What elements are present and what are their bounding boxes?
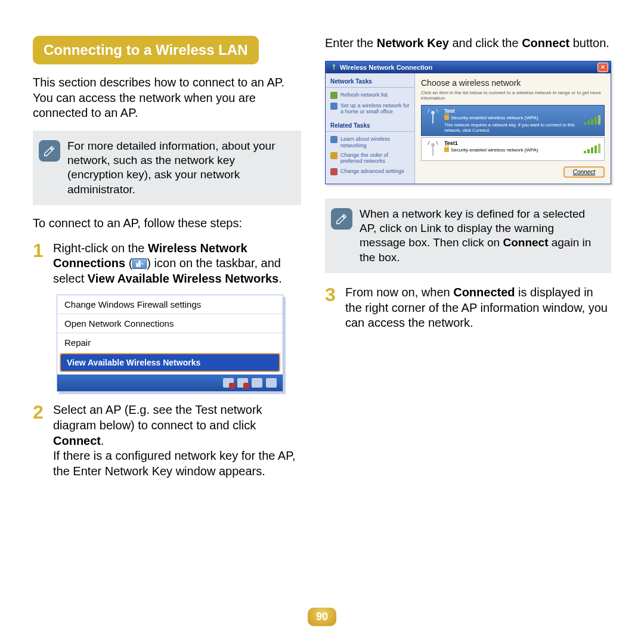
step-number: 3: [325, 285, 339, 331]
signal-bars-icon: [584, 115, 600, 126]
connect-button[interactable]: Connect: [564, 166, 605, 178]
network-name: Test: [444, 108, 580, 114]
step-2: 2 Select an AP (E.g. see the Test networ…: [33, 402, 301, 479]
right-column: Enter the Network Key and click the Conn…: [325, 36, 611, 486]
sidebar-link-learn[interactable]: Learn about wireless networking: [326, 134, 414, 150]
dialog-sidebar: Network Tasks Refresh network list Set u…: [326, 73, 415, 184]
antenna-icon: [330, 63, 338, 72]
note-box-1: For more detailed information, about you…: [33, 131, 301, 205]
step-number: 2: [33, 402, 47, 479]
network-name: Test1: [444, 140, 580, 146]
pencil-icon: [331, 208, 352, 230]
tray-icon[interactable]: [252, 378, 262, 388]
network-item[interactable]: Test1 Security-enabled wireless network …: [421, 137, 605, 161]
section-heading: Connecting to a Wireless LAN: [33, 36, 259, 64]
context-menu-item[interactable]: Change Windows Firewall settings: [57, 295, 283, 314]
step-body: Select an AP (E.g. see the Test network …: [53, 402, 301, 479]
tray-icon[interactable]: [223, 378, 234, 388]
dialog-titlebar: Wireless Network Connection ×: [326, 61, 611, 73]
page-number: 90: [308, 608, 336, 626]
context-menu-item-highlighted[interactable]: View Available Wireless Networks: [60, 353, 280, 372]
antenna-icon: [425, 108, 441, 126]
systray-bar: [57, 374, 283, 391]
dialog-main-heading: Choose a wireless network: [421, 78, 605, 88]
step-body: Right-click on the Wireless Network Conn…: [53, 241, 301, 287]
context-menu-item[interactable]: Open Network Connections: [57, 314, 283, 333]
dialog-main-subtext: Click an item in the list below to conne…: [421, 90, 605, 101]
note-text: For more detailed information, about you…: [67, 139, 292, 197]
context-menu-item[interactable]: Repair: [57, 333, 283, 352]
svg-point-2: [431, 143, 435, 147]
tray-icon[interactable]: [266, 378, 277, 388]
antenna-icon: [425, 140, 441, 158]
close-button[interactable]: ×: [597, 63, 608, 72]
wireless-dialog-figure: Wireless Network Connection × Network Ta…: [325, 61, 611, 184]
wireless-tray-icon: [132, 258, 147, 269]
sidebar-heading: Related Tasks: [326, 120, 414, 132]
svg-point-1: [431, 111, 435, 114]
step-3: 3 From now on, when Connected is display…: [325, 285, 611, 331]
enter-key-text: Enter the Network Key and click the Conn…: [325, 36, 611, 51]
lock-icon: [444, 147, 449, 152]
step-number: 1: [33, 241, 47, 287]
network-item-selected[interactable]: Test Security-enabled wireless network (…: [421, 105, 605, 136]
lock-icon: [444, 115, 449, 120]
sidebar-link-order[interactable]: Change the order of preferred networks: [326, 150, 414, 166]
follow-text: To connect to an AP, follow these steps:: [33, 216, 301, 231]
svg-point-0: [333, 64, 335, 67]
sidebar-heading: Network Tasks: [326, 76, 414, 88]
step-body: From now on, when Connected is displayed…: [345, 285, 611, 331]
sidebar-link-advanced[interactable]: Change advanced settings: [326, 166, 414, 177]
left-column: Connecting to a Wireless LAN This sectio…: [33, 36, 301, 486]
step-1: 1 Right-click on the Wireless Network Co…: [33, 241, 301, 287]
context-menu-figure: Change Windows Firewall settings Open Ne…: [57, 295, 283, 392]
dialog-main: Choose a wireless network Click an item …: [415, 73, 611, 184]
intro-text: This section describes how to connect to…: [33, 75, 301, 121]
network-description: This network requires a network key. If …: [444, 122, 580, 133]
signal-bars-icon: [584, 144, 600, 154]
sidebar-link-setup[interactable]: Set up a wireless network for a home or …: [326, 101, 414, 117]
sidebar-link-refresh[interactable]: Refresh network list: [326, 90, 414, 101]
tray-icon[interactable]: [237, 378, 248, 388]
note-text: When a network key is defined for a sele…: [360, 207, 602, 265]
note-box-2: When a network key is defined for a sele…: [325, 199, 611, 273]
pencil-icon: [39, 140, 60, 162]
dialog-title: Wireless Network Connection: [340, 64, 432, 71]
